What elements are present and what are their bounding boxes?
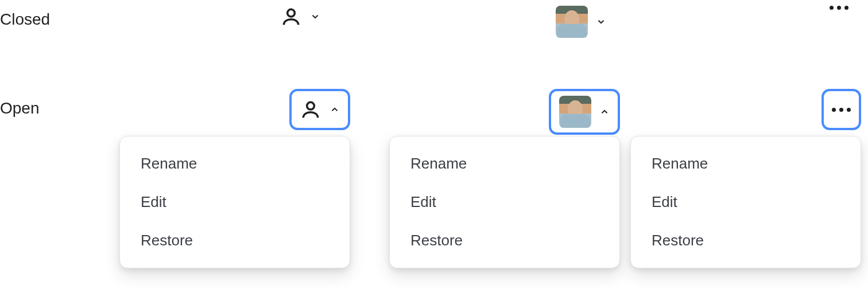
menu-item-edit[interactable]: Edit <box>120 183 350 221</box>
open-variant-avatar: Rename Edit Restore <box>350 89 620 135</box>
chevron-up-icon <box>599 107 610 117</box>
more-horizontal-icon <box>832 108 851 112</box>
user-dropdown-trigger-open[interactable] <box>289 89 350 130</box>
dropdown-menu: Rename Edit Restore <box>389 136 620 268</box>
svg-point-1 <box>307 102 315 110</box>
closed-variant-more <box>620 0 861 15</box>
menu-item-rename[interactable]: Rename <box>120 144 350 183</box>
state-label-open: Open <box>0 89 92 118</box>
dropdown-menu: Rename Edit Restore <box>119 136 350 268</box>
user-dropdown-trigger-closed[interactable] <box>272 0 328 33</box>
user-icon <box>300 99 321 120</box>
chevron-down-icon <box>310 11 320 22</box>
avatar-dropdown-trigger-closed[interactable] <box>548 0 614 44</box>
more-menu-trigger-closed[interactable] <box>822 0 857 15</box>
more-menu-trigger-open[interactable] <box>822 89 861 130</box>
closed-row: Closed <box>0 0 868 57</box>
state-label-closed: Closed <box>0 0 92 29</box>
chevron-down-icon <box>596 17 606 27</box>
menu-item-restore[interactable]: Restore <box>631 221 861 260</box>
more-horizontal-icon <box>830 6 848 10</box>
menu-item-edit[interactable]: Edit <box>631 183 861 221</box>
chevron-up-icon <box>330 104 340 115</box>
avatar-icon <box>559 96 591 128</box>
menu-item-restore[interactable]: Restore <box>390 221 619 260</box>
closed-variant-user-icon <box>92 0 350 33</box>
dropdown-menu: Rename Edit Restore <box>630 136 861 268</box>
closed-variant-avatar <box>350 0 620 44</box>
menu-item-rename[interactable]: Rename <box>390 144 619 183</box>
menu-item-restore[interactable]: Restore <box>120 221 350 260</box>
svg-point-0 <box>288 9 295 17</box>
menu-item-rename[interactable]: Rename <box>631 144 861 183</box>
menu-item-edit[interactable]: Edit <box>390 183 619 221</box>
avatar-dropdown-trigger-open[interactable] <box>549 89 620 135</box>
open-variant-more: Rename Edit Restore <box>620 89 861 130</box>
open-variant-user-icon: Rename Edit Restore <box>92 89 350 130</box>
user-icon <box>280 6 302 28</box>
open-row: Open Rename Edit Restore <box>0 89 868 135</box>
avatar-icon <box>556 6 588 38</box>
